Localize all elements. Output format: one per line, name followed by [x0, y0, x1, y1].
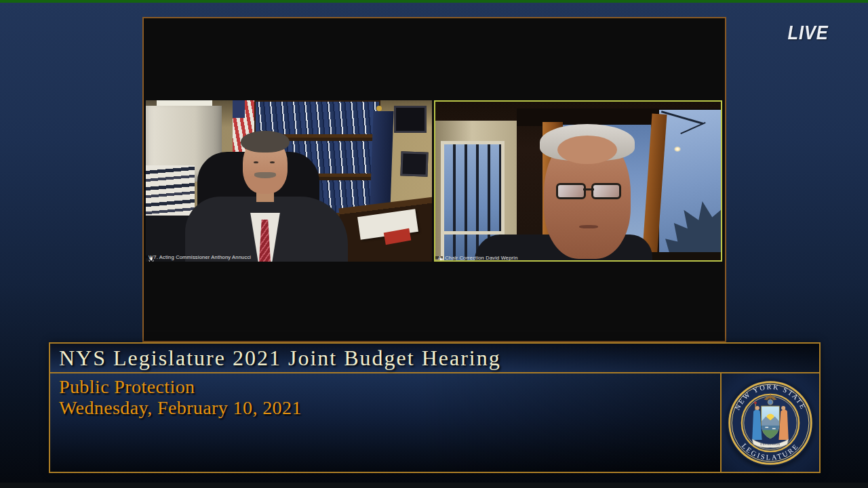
right-window: [659, 110, 721, 260]
glasses-lens: [591, 183, 621, 199]
nametag-weprin: A- Chair Correction David Weprin: [435, 256, 443, 259]
person-hair: [241, 131, 290, 152]
person-eye: [254, 161, 258, 163]
broadcast-screen: LIVE: [0, 0, 868, 488]
tree-branch: [661, 110, 703, 125]
flag-finial: [376, 106, 382, 111]
banner-title-bar: NYS Legislature 2021 Joint Budget Hearin…: [50, 344, 819, 373]
us-flag-canton: [233, 100, 245, 118]
picture-frame: [394, 106, 427, 133]
nametag-label: W7. Acting Commissioner Anthony Annucci: [149, 254, 251, 260]
lower-third-banner: NYS Legislature 2021 Joint Budget Hearin…: [49, 342, 821, 473]
top-green-strip: [0, 0, 868, 3]
live-badge: LIVE: [788, 21, 829, 44]
hearing-title: NYS Legislature 2021 Joint Budget Hearin…: [59, 346, 501, 371]
window-sill: [647, 252, 721, 260]
tree-silhouette: [659, 188, 721, 260]
banner-subtitle-area: Public Protection Wednesday, February 10…: [50, 373, 720, 472]
street-light: [674, 146, 681, 152]
nys-legislature-seal: NEW YORK STATE LEGISLATURE: [725, 378, 816, 468]
hearing-topic: Public Protection: [59, 376, 720, 397]
glasses-lens: [556, 183, 586, 199]
nametag-label: A- Chair Correction David Weprin: [438, 255, 518, 261]
person-mustache: [254, 172, 276, 178]
webcam-feed-weprin: A- Chair Correction David Weprin: [434, 100, 722, 262]
window-sash: [444, 231, 501, 235]
bottom-black-strip: [0, 483, 868, 488]
nametag-annucci: W7. Acting Commissioner Anthony Annucci: [146, 256, 153, 258]
hearing-date: Wednesday, February 10, 2021: [59, 397, 720, 418]
ny-state-flag: [370, 111, 393, 209]
banner-lower-section: Public Protection Wednesday, February 10…: [50, 373, 819, 472]
person-forehead: [557, 136, 617, 164]
seal-ribbon-text: EXCELSIOR: [760, 442, 780, 445]
binder-stack: [146, 165, 195, 220]
glasses-bridge: [583, 188, 594, 190]
video-container: W7. Acting Commissioner Anthony Annucci: [142, 17, 726, 342]
picture-frame: [400, 151, 428, 176]
tree-branch: [680, 122, 705, 134]
webcam-feed-annucci: W7. Acting Commissioner Anthony Annucci: [146, 100, 432, 262]
person-mouth: [579, 225, 598, 228]
person-eye: [270, 161, 275, 163]
seal-box: NEW YORK STATE LEGISLATURE: [720, 373, 819, 472]
